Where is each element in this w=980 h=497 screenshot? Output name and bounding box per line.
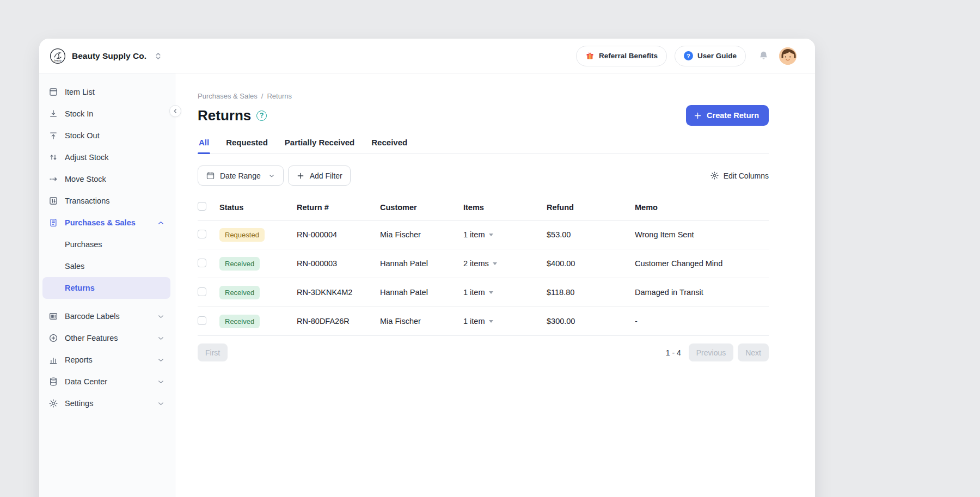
sidebar-item-label: Transactions: [65, 197, 109, 205]
column-header-return: Return #: [297, 203, 380, 212]
return-number-cell: RN-80DFA26R: [297, 317, 380, 326]
row-checkbox[interactable]: [198, 230, 206, 238]
tab-received[interactable]: Received: [370, 138, 408, 154]
sidebar-item-returns[interactable]: Returns: [42, 277, 170, 299]
return-number-cell: RN-3DKNK4M2: [297, 288, 380, 297]
referral-benefits-button[interactable]: Referral Benefits: [576, 46, 667, 66]
tab-partially-received[interactable]: Partially Received: [284, 138, 356, 154]
items-dropdown[interactable]: 1 item: [463, 288, 547, 297]
sidebar-item-reports[interactable]: Reports: [39, 349, 175, 371]
caret-down-icon: [489, 291, 493, 294]
header-actions: Referral Benefits ? User Guide: [576, 46, 797, 66]
user-guide-button[interactable]: ? User Guide: [675, 46, 746, 66]
row-checkbox[interactable]: [198, 287, 206, 296]
caret-down-icon: [489, 234, 493, 236]
chevron-down-icon: [157, 400, 165, 408]
items-dropdown[interactable]: 1 item: [463, 230, 547, 239]
chevron-left-icon: [172, 108, 179, 114]
next-page-button[interactable]: Next: [738, 343, 769, 361]
sidebar-item-label: Settings: [65, 399, 93, 408]
table-row[interactable]: Requested RN-000004 Mia Fischer 1 item $…: [198, 220, 769, 249]
page-title: Returns: [198, 107, 251, 124]
date-range-label: Date Range: [220, 171, 261, 180]
help-icon[interactable]: ?: [256, 111, 267, 121]
breadcrumb-parent[interactable]: Purchases & Sales: [198, 92, 258, 100]
items-dropdown[interactable]: 2 items: [463, 259, 547, 268]
sidebar-item-label: Sales: [65, 262, 84, 271]
stock-in-icon: [48, 109, 58, 119]
bell-icon: [758, 50, 769, 62]
sidebar-item-sales[interactable]: Sales: [39, 255, 175, 277]
table-row[interactable]: Received RN-3DKNK4M2 Hannah Patel 1 item…: [198, 278, 769, 307]
app-header: beauty Beauty Supply Co.: [39, 39, 815, 73]
sidebar-item-label: Adjust Stock: [65, 153, 109, 162]
edit-columns-button[interactable]: Edit Columns: [710, 171, 769, 180]
add-filter-button[interactable]: Add Filter: [288, 165, 351, 186]
sidebar-item-label: Purchases: [65, 240, 102, 249]
memo-cell: Damaged in Transit: [635, 288, 769, 297]
notifications-button[interactable]: [756, 48, 771, 64]
status-badge: Received: [219, 315, 260, 328]
chevron-up-icon: [157, 219, 165, 227]
gift-icon: [585, 51, 595, 60]
caret-down-icon: [493, 262, 497, 265]
tab-requested[interactable]: Requested: [225, 138, 269, 154]
sidebar-item-purchases[interactable]: Purchases: [39, 234, 175, 255]
sidebar-item-transactions[interactable]: Transactions: [39, 190, 175, 212]
create-return-button[interactable]: Create Return: [686, 105, 769, 126]
sidebar-item-label: Item List: [65, 88, 95, 96]
column-header-status: Status: [219, 203, 297, 212]
breadcrumb-separator: /: [261, 92, 264, 100]
select-all-checkbox[interactable]: [198, 202, 206, 211]
items-count: 1 item: [463, 317, 485, 326]
sidebar-item-stock-out[interactable]: Stock Out: [39, 125, 175, 146]
row-checkbox[interactable]: [198, 259, 206, 267]
table-row[interactable]: Received RN-000003 Hannah Patel 2 items …: [198, 249, 769, 278]
memo-cell: Customer Changed Mind: [635, 259, 769, 268]
sidebar-item-label: Barcode Labels: [65, 312, 120, 321]
sidebar-item-label: Stock In: [65, 109, 93, 118]
sidebar-item-adjust-stock[interactable]: Adjust Stock: [39, 146, 175, 168]
main-content: Purchases & Sales / Returns Returns ? Cr…: [175, 73, 815, 497]
column-header-refund: Refund: [547, 203, 635, 212]
stock-out-icon: [48, 131, 58, 140]
move-stock-icon: [48, 174, 58, 184]
customer-cell: Mia Fischer: [380, 230, 463, 239]
caret-down-icon: [489, 320, 493, 323]
sidebar-item-settings[interactable]: Settings: [39, 392, 175, 414]
company-switcher[interactable]: beauty Beauty Supply Co.: [49, 47, 162, 65]
sidebar-item-label: Move Stock: [65, 175, 106, 183]
sidebar-item-stock-in[interactable]: Stock In: [39, 103, 175, 125]
return-number-cell: RN-000003: [297, 259, 380, 268]
user-avatar[interactable]: [779, 47, 797, 65]
items-dropdown[interactable]: 1 item: [463, 317, 547, 326]
filter-toolbar: Date Range Add Filter Edit Columns: [198, 165, 769, 186]
first-page-button[interactable]: First: [198, 343, 228, 361]
items-count: 2 items: [463, 259, 489, 268]
company-name: Beauty Supply Co.: [72, 51, 146, 61]
item-list-icon: [48, 87, 58, 97]
add-filter-label: Add Filter: [310, 171, 342, 180]
page-range: 1 - 4: [666, 348, 681, 357]
sidebar-collapse-button[interactable]: [169, 105, 181, 117]
sidebar-item-item-list[interactable]: Item List: [39, 81, 175, 103]
sidebar-item-move-stock[interactable]: Move Stock: [39, 168, 175, 190]
sidebar-item-purchases-and-sales[interactable]: Purchases & Sales: [39, 212, 175, 234]
returns-table: Status Return # Customer Items Refund Me…: [198, 194, 769, 336]
previous-page-button[interactable]: Previous: [689, 343, 733, 361]
title-row: Returns ? Create Return: [198, 105, 769, 126]
column-header-items: Items: [463, 203, 547, 212]
refund-cell: $53.00: [547, 230, 635, 239]
date-range-dropdown[interactable]: Date Range: [198, 165, 284, 186]
sidebar-item-barcode-labels[interactable]: Barcode Labels: [39, 305, 175, 327]
database-icon: [48, 377, 58, 386]
row-checkbox[interactable]: [198, 316, 206, 325]
refund-cell: $300.00: [547, 317, 635, 326]
sidebar-item-other-features[interactable]: Other Features: [39, 327, 175, 349]
status-badge: Requested: [219, 228, 265, 242]
tab-all[interactable]: All: [198, 138, 210, 154]
customer-cell: Hannah Patel: [380, 259, 463, 268]
table-row[interactable]: Received RN-80DFA26R Mia Fischer 1 item …: [198, 307, 769, 336]
sidebar-item-data-center[interactable]: Data Center: [39, 371, 175, 392]
chevron-down-icon: [157, 312, 165, 321]
